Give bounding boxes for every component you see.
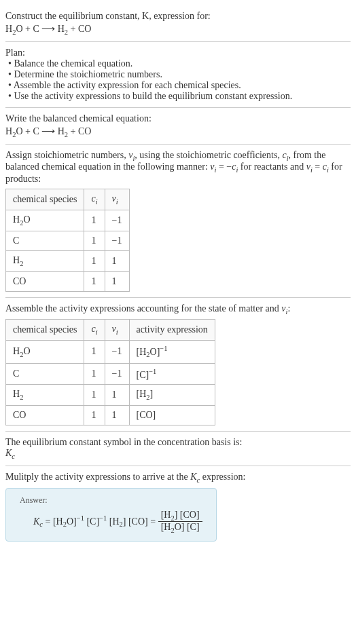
col-header: activity expression [129,320,215,341]
col-header: ci [84,189,105,210]
term: [CO] [128,516,148,526]
table-row: CO 1 1 [6,271,130,291]
cell: 1 [84,363,105,385]
activity-section: Assemble the activity expressions accoun… [5,298,351,432]
cell: −1 [105,363,129,385]
text: [H [137,389,147,399]
cell: 1 [105,271,129,291]
cell: H2O [6,341,84,363]
eq-part: H [58,24,65,34]
cell: 1 [84,271,105,291]
text: [H [137,347,147,357]
plan-title: Plan: [5,48,351,58]
cell: H2 [6,250,84,271]
text: Mulitply the activity expressions to arr… [5,472,190,482]
eq-part: H [5,126,12,136]
cell: C [6,231,84,250]
fraction: [H2] [CO][H2O] [C] [158,510,202,535]
eq-part: + CO [68,126,91,136]
cell: CO [6,271,84,291]
prompt-text: Construct the equilibrium constant, K, e… [5,11,211,21]
sub: 2 [20,260,23,267]
table-row: CO 1 1 [CO] [6,406,215,425]
cell: 1 [84,210,105,231]
col-header: νi [105,320,129,341]
plan-section: Plan: • Balance the chemical equation. •… [5,42,351,108]
table-row: C 1 −1 [C]−1 [6,363,215,385]
term: [H [161,510,171,520]
col-header: ci [84,320,105,341]
cell: 1 [105,406,129,425]
cell: 1 [105,385,129,406]
activity-intro: Assemble the activity expressions accoun… [5,303,351,316]
term: [C] [86,516,99,526]
eq-part: H [58,126,65,136]
sub: i [96,198,98,206]
sub: i [96,328,98,336]
k: K [5,448,12,458]
eq-part: H [5,24,12,34]
text: : [287,303,290,314]
balanced-section: Write the balanced chemical equation: H2… [5,108,351,145]
sup: −1 [99,514,107,522]
text: H [13,214,20,225]
cell: C [6,363,84,385]
plan-bullet: • Use the activity expressions to build … [5,91,351,102]
sup: −1 [149,368,156,375]
cell: 1 [84,385,105,406]
term: O] [67,516,77,526]
eq-part: O + C [16,24,39,34]
text: , using the stoichiometric coefficients, [135,150,282,160]
text: O [23,346,30,356]
eq: = [43,516,53,526]
table-row: H2O 1 −1 [H2O]−1 [6,341,215,363]
cell: −1 [105,231,129,250]
numerator: [H2] [CO] [158,510,202,523]
intro-equation: H2O + C ⟶ H2 + CO [5,23,351,36]
intro-section: Construct the equilibrium constant, K, e… [5,5,351,42]
balanced-equation: H2O + C ⟶ H2 + CO [5,126,351,138]
table-row: H2 1 1 [6,250,130,271]
col-header: νi [105,189,129,210]
text: O] [150,347,160,357]
cell: 1 [105,250,129,271]
term: [H [109,516,120,526]
cell: H2 [6,385,84,406]
arrow: ⟶ [39,126,58,136]
balanced-title: Write the balanced chemical equation: [5,113,351,124]
text: Assign stoichiometric numbers, [5,150,128,160]
activity-table: chemical species ci νi activity expressi… [5,319,215,425]
k: K [33,516,39,526]
stoich-section: Assign stoichiometric numbers, νi, using… [5,145,351,298]
table-header-row: chemical species ci νi activity expressi… [6,320,215,341]
sub-c: c [12,453,15,460]
k: K [190,472,196,482]
term: ] [CO] [175,510,200,520]
kc-expression: Kc = [H2O]−1 [C]−1 [H2] [CO] = [H2] [CO]… [20,510,202,535]
text: for reactants and [238,162,306,172]
denominator: [H2O] [C] [158,522,202,534]
col-header: chemical species [6,189,84,210]
multiply-section: Mulitply the activity expressions to arr… [5,466,351,547]
text: = [313,162,323,172]
table-header-row: chemical species ci νi [6,189,130,210]
cell: 1 [84,341,105,363]
sup: −1 [160,345,167,352]
table-row: H2O 1 −1 [6,210,130,231]
text: = − [216,162,232,172]
cell: [C]−1 [129,363,215,385]
eq: = [148,516,158,526]
text: [C] [137,369,149,379]
answer-box: Answer: Kc = [H2O]−1 [C]−1 [H2] [CO] = [… [5,488,217,542]
sub: 2 [20,394,23,401]
cell: [H2] [129,385,215,406]
text: Assemble the activity expressions accoun… [5,303,281,314]
text: O [23,214,30,225]
sup: −1 [77,514,84,522]
cell: 1 [84,231,105,250]
text: expression: [200,472,245,482]
symbol-section: The equilibrium constant symbol in the c… [5,432,351,466]
text: H [13,255,20,265]
symbol-text: The equilibrium constant symbol in the c… [5,437,351,448]
plan-bullet: • Determine the stoichiometric numbers. [5,69,351,80]
